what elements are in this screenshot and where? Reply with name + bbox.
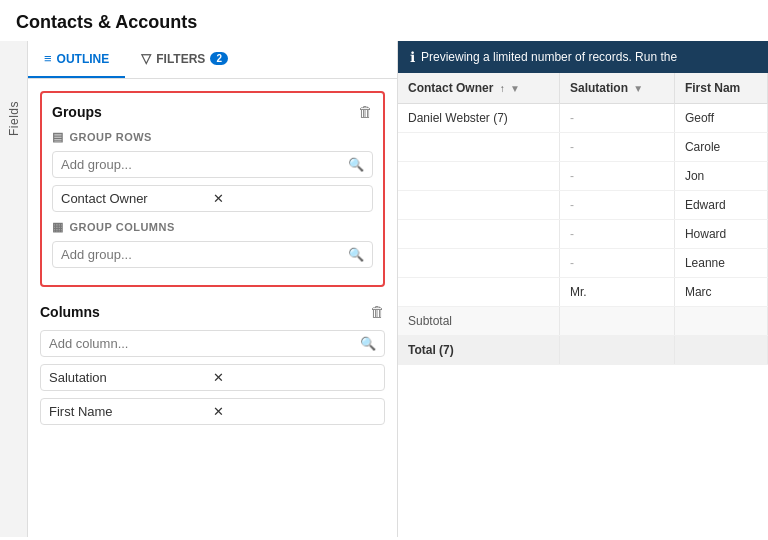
- table-header-row: Contact Owner ↑ ▼ Salutation ▼ First Nam: [398, 73, 768, 104]
- first-name-label: First Name: [49, 404, 213, 419]
- columns-delete-icon[interactable]: 🗑: [370, 303, 385, 320]
- salutation-tag: Salutation ✕: [40, 364, 385, 391]
- page-title: Contacts & Accounts: [0, 0, 768, 41]
- cell-salutation-5: -: [559, 249, 674, 278]
- sort-icon: ↑: [500, 83, 505, 94]
- salutation-label: Salutation: [49, 370, 213, 385]
- table-row: - Leanne: [398, 249, 768, 278]
- tabs-row: ≡ OUTLINE ▽ FILTERS 2: [28, 41, 397, 79]
- cell-firstname-6: Marc: [674, 278, 767, 307]
- add-group-columns-input[interactable]: 🔍: [52, 241, 373, 268]
- fields-tab[interactable]: Fields: [0, 41, 28, 537]
- total-salutation: [559, 336, 674, 365]
- add-column-field[interactable]: [49, 336, 360, 351]
- cell-owner-6: [398, 278, 559, 307]
- cell-salutation-4: -: [559, 220, 674, 249]
- table-row: - Howard: [398, 220, 768, 249]
- cell-owner-0: Daniel Webster (7): [398, 104, 559, 133]
- contact-owner-label: Contact Owner: [61, 191, 213, 206]
- cell-firstname-3: Edward: [674, 191, 767, 220]
- tab-filters-label: FILTERS: [156, 52, 205, 66]
- subtotal-firstname: [674, 307, 767, 336]
- tab-outline[interactable]: ≡ OUTLINE: [28, 41, 125, 78]
- cell-firstname-2: Jon: [674, 162, 767, 191]
- cell-firstname-5: Leanne: [674, 249, 767, 278]
- search-icon-group-rows: 🔍: [348, 157, 364, 172]
- right-panel: ℹ Previewing a limited number of records…: [398, 41, 768, 537]
- subtotal-row: Subtotal: [398, 307, 768, 336]
- cell-owner-5: [398, 249, 559, 278]
- cell-owner-3: [398, 191, 559, 220]
- panel-content: Groups 🗑 ▤ GROUP ROWS 🔍 Contact Owner ✕: [28, 79, 397, 537]
- dropdown-icon-salutation[interactable]: ▼: [633, 83, 643, 94]
- th-salutation[interactable]: Salutation ▼: [559, 73, 674, 104]
- subtotal-salutation: [559, 307, 674, 336]
- filter-badge: 2: [210, 52, 228, 65]
- cell-salutation-3: -: [559, 191, 674, 220]
- cell-owner-1: [398, 133, 559, 162]
- info-icon: ℹ: [410, 49, 415, 65]
- left-panel: ≡ OUTLINE ▽ FILTERS 2 Groups 🗑 ▤ GROUP: [28, 41, 398, 537]
- cell-salutation-1: -: [559, 133, 674, 162]
- first-name-tag: First Name ✕: [40, 398, 385, 425]
- cell-owner-2: [398, 162, 559, 191]
- groups-header: Groups 🗑: [52, 103, 373, 120]
- groups-section: Groups 🗑 ▤ GROUP ROWS 🔍 Contact Owner ✕: [40, 91, 385, 287]
- cell-firstname-1: Carole: [674, 133, 767, 162]
- cell-salutation-6: Mr.: [559, 278, 674, 307]
- cell-salutation-2: -: [559, 162, 674, 191]
- columns-title: Columns: [40, 304, 100, 320]
- info-banner: ℹ Previewing a limited number of records…: [398, 41, 768, 73]
- add-group-rows-field[interactable]: [61, 157, 348, 172]
- table-row: Daniel Webster (7) - Geoff: [398, 104, 768, 133]
- group-columns-label: ▦ GROUP COLUMNS: [52, 220, 373, 234]
- add-group-rows-input[interactable]: 🔍: [52, 151, 373, 178]
- fields-tab-label: Fields: [7, 101, 21, 136]
- groups-delete-icon[interactable]: 🗑: [358, 103, 373, 120]
- search-icon-columns: 🔍: [360, 336, 376, 351]
- contact-owner-close-icon[interactable]: ✕: [213, 191, 365, 206]
- dropdown-icon-owner[interactable]: ▼: [510, 83, 520, 94]
- total-row: Total (7): [398, 336, 768, 365]
- subtotal-label: Subtotal: [398, 307, 559, 336]
- cell-firstname-0: Geoff: [674, 104, 767, 133]
- data-table: Contact Owner ↑ ▼ Salutation ▼ First Nam: [398, 73, 768, 537]
- tab-filters[interactable]: ▽ FILTERS 2: [125, 41, 244, 78]
- add-column-input[interactable]: 🔍: [40, 330, 385, 357]
- table-row: - Jon: [398, 162, 768, 191]
- total-label: Total (7): [398, 336, 559, 365]
- th-first-name[interactable]: First Nam: [674, 73, 767, 104]
- th-contact-owner[interactable]: Contact Owner ↑ ▼: [398, 73, 559, 104]
- first-name-close-icon[interactable]: ✕: [213, 404, 377, 419]
- tab-outline-label: OUTLINE: [57, 52, 110, 66]
- columns-header: Columns 🗑: [40, 303, 385, 320]
- group-rows-label: ▤ GROUP ROWS: [52, 130, 373, 144]
- cell-firstname-4: Howard: [674, 220, 767, 249]
- search-icon-group-cols: 🔍: [348, 247, 364, 262]
- cell-salutation-0: -: [559, 104, 674, 133]
- info-banner-text: Previewing a limited number of records. …: [421, 50, 677, 64]
- groups-title: Groups: [52, 104, 102, 120]
- total-firstname: [674, 336, 767, 365]
- table-row: Mr. Marc: [398, 278, 768, 307]
- group-rows-icon: ▤: [52, 130, 64, 144]
- columns-section: Columns 🗑 🔍 Salutation ✕ First Name ✕: [40, 303, 385, 425]
- table-row: - Edward: [398, 191, 768, 220]
- contact-owner-tag: Contact Owner ✕: [52, 185, 373, 212]
- table-row: - Carole: [398, 133, 768, 162]
- add-group-columns-field[interactable]: [61, 247, 348, 262]
- outline-icon: ≡: [44, 51, 52, 66]
- salutation-close-icon[interactable]: ✕: [213, 370, 377, 385]
- cell-owner-4: [398, 220, 559, 249]
- filter-icon: ▽: [141, 51, 151, 66]
- group-columns-icon: ▦: [52, 220, 64, 234]
